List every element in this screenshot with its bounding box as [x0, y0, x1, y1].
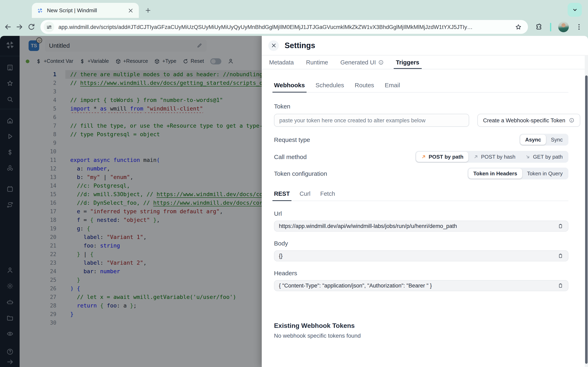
trigger-tab-routes[interactable]: Routes — [355, 82, 374, 89]
call-method-option-post-by-path[interactable]: POST by path — [416, 152, 468, 162]
url-text: app.windmill.dev/scripts/add#JTdCJTIyaGF… — [58, 24, 510, 30]
example-tab-fetch[interactable]: Fetch — [320, 191, 335, 197]
trigger-tab-label: Webhooks — [274, 82, 305, 89]
create-webhook-token-button[interactable]: Create a Webhook-specific Token — [477, 114, 580, 127]
request-type-label: Request type — [274, 136, 310, 143]
tab-triggers[interactable]: Triggers — [396, 55, 419, 69]
trigger-tabs: WebhooksSchedulesRoutesEmail — [274, 82, 568, 92]
body-label: Body — [274, 240, 568, 247]
drawer-header: Settings — [262, 36, 588, 55]
url-value: https://app.windmill.dev/api/w/windmill-… — [279, 223, 557, 229]
browser-menu-icon[interactable] — [575, 23, 583, 31]
option-label: Async — [525, 137, 541, 143]
trigger-tab-email[interactable]: Email — [385, 82, 400, 89]
url-label: Url — [274, 210, 568, 217]
token-row: Create a Webhook-specific Token — [274, 114, 568, 127]
copy-clipboard-icon[interactable] — [557, 223, 563, 229]
trigger-tab-label: Email — [385, 82, 400, 89]
trigger-tab-label: Routes — [355, 82, 374, 89]
example-tab-label: Fetch — [320, 191, 335, 197]
tab-runtime[interactable]: Runtime — [306, 55, 328, 69]
drawer-scrollbar-thumb[interactable] — [585, 75, 588, 364]
example-tab-label: REST — [274, 191, 290, 197]
tab-generated-ui[interactable]: Generated UI — [340, 55, 384, 69]
token-configuration-row: Token configurationToken in HeadersToken… — [274, 167, 568, 179]
token-label: Token — [274, 103, 568, 110]
example-tab-curl[interactable]: Curl — [300, 191, 310, 197]
call-method-option-post-by-hash[interactable]: POST by hash — [468, 152, 520, 162]
token-input[interactable] — [274, 114, 469, 127]
request-type-option-async[interactable]: Async — [520, 134, 546, 145]
trigger-tab-schedules[interactable]: Schedules — [315, 82, 344, 89]
browser-tab[interactable]: New Script | Windmill — [32, 3, 139, 18]
extensions-icon[interactable] — [535, 23, 543, 31]
drawer-title: Settings — [285, 41, 315, 50]
url-bar[interactable]: app.windmill.dev/scripts/add#JTdCJTIyaGF… — [40, 20, 528, 34]
example-tab-label: Curl — [300, 191, 310, 197]
option-label: Token in Query — [527, 170, 563, 176]
call-method-row: Call methodPOST by pathPOST by hashGET b… — [274, 151, 568, 163]
site-settings-icon[interactable] — [44, 22, 54, 32]
settings-drawer: Settings MetadataRuntimeGenerated UITrig… — [262, 36, 588, 367]
tab-title: New Script | Windmill — [47, 7, 124, 13]
tab-label: Metadata — [269, 59, 294, 66]
body-field[interactable]: {} — [274, 250, 568, 261]
app-window: TS Untitled + — [0, 36, 588, 367]
option-label: POST by path — [429, 154, 463, 160]
screen: New Script | Windmill app.windmill.dev/s… — [0, 0, 588, 367]
option-label: POST by hash — [481, 154, 516, 160]
bookmark-star-icon[interactable] — [515, 23, 522, 31]
token-configuration-option-token-in-headers[interactable]: Token in Headers — [468, 168, 522, 179]
arrow-down-right-icon — [525, 154, 531, 159]
request-type-row: Request typeAsyncSync — [274, 134, 568, 146]
forward-icon[interactable] — [15, 22, 24, 31]
trigger-tab-label: Schedules — [315, 82, 344, 89]
copy-clipboard-icon[interactable] — [557, 253, 563, 259]
option-label: GET by path — [533, 154, 563, 160]
drawer-body: WebhooksSchedulesRoutesEmail Token Creat… — [262, 69, 588, 367]
chevron-down-icon — [571, 7, 578, 13]
token-configuration-label: Token configuration — [274, 170, 327, 177]
settings-tabs: MetadataRuntimeGenerated UITriggers — [262, 55, 588, 69]
call-method-segmented-control: POST by pathPOST by hashGET by path — [415, 151, 568, 163]
profile-avatar[interactable] — [558, 22, 569, 32]
token-configuration-segmented-control: Token in HeadersToken in Query — [467, 167, 568, 179]
token-configuration-option-token-in-query[interactable]: Token in Query — [522, 168, 568, 179]
headers-value: { "Content-Type": "application/json", "A… — [279, 283, 557, 289]
tab-label: Runtime — [306, 59, 328, 66]
close-icon — [271, 43, 276, 48]
existing-tokens-empty: No webhook specific tokens found — [274, 332, 568, 339]
trigger-tab-webhooks[interactable]: Webhooks — [274, 82, 305, 89]
browser-tab-strip: New Script | Windmill — [0, 0, 588, 18]
call-method-option-get-by-path[interactable]: GET by path — [520, 152, 568, 162]
url-field[interactable]: https://app.windmill.dev/api/w/windmill-… — [274, 221, 568, 232]
browser-toolbar: app.windmill.dev/scripts/add#JTdCJTIyaGF… — [0, 18, 588, 36]
reload-icon[interactable] — [27, 22, 36, 31]
tab-search-button[interactable] — [568, 3, 582, 17]
option-label: Sync — [551, 137, 563, 143]
arrow-up-right-icon — [421, 154, 426, 159]
request-type-segmented-control: AsyncSync — [519, 134, 568, 146]
existing-tokens-title: Existing Webhook Tokens — [274, 322, 568, 329]
example-tabs: RESTCurlFetch — [274, 191, 568, 201]
back-icon[interactable] — [3, 22, 12, 31]
body-value: {} — [279, 253, 557, 259]
call-method-label: Call method — [274, 153, 307, 160]
example-tab-rest[interactable]: REST — [274, 191, 290, 197]
close-drawer-button[interactable] — [268, 40, 279, 51]
copy-clipboard-icon[interactable] — [557, 283, 563, 289]
request-type-option-sync[interactable]: Sync — [546, 134, 568, 145]
headers-field[interactable]: { "Content-Type": "application/json", "A… — [274, 280, 568, 291]
drawer-scrollbar-track[interactable] — [585, 55, 588, 367]
create-webhook-token-label: Create a Webhook-specific Token — [483, 117, 565, 123]
tab-metadata[interactable]: Metadata — [269, 55, 294, 69]
tab-label: Triggers — [396, 59, 419, 66]
profile-separator — [550, 23, 551, 31]
modal-overlay[interactable] — [0, 36, 262, 367]
headers-label: Headers — [274, 269, 568, 276]
info-icon — [569, 117, 575, 123]
info-icon — [378, 59, 384, 65]
new-tab-button[interactable] — [145, 7, 151, 14]
tab-close-icon[interactable] — [127, 7, 134, 14]
windmill-favicon-icon — [37, 7, 43, 14]
